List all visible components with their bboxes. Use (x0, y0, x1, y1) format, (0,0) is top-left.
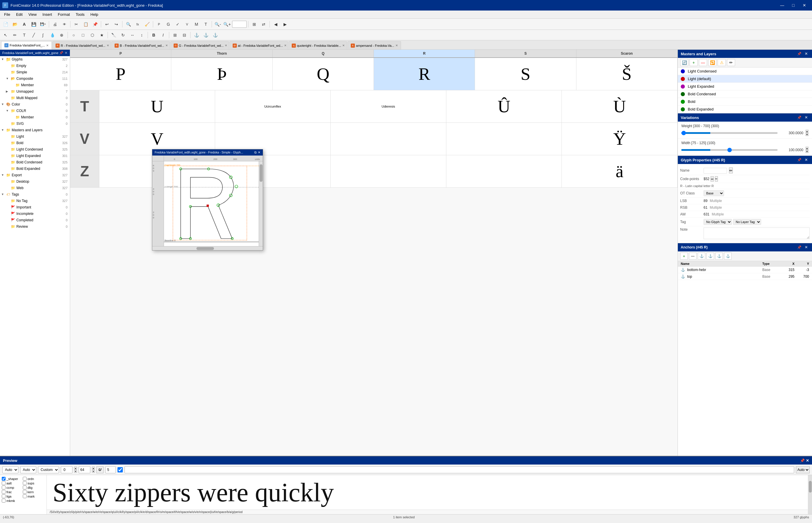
tree-item-light-condensed[interactable]: 📁 Light Condensed 325 (0, 146, 70, 152)
nav-button[interactable]: ⇄ (259, 20, 268, 28)
tree-item-no-tag[interactable]: 📁 No Tag 327 (0, 198, 70, 204)
anchor-btn6[interactable]: ⚓ (724, 253, 732, 259)
masters-cycle-btn[interactable]: 🔁 (708, 59, 716, 66)
metrics-button[interactable]: M (192, 20, 201, 28)
text-tool[interactable]: T (20, 31, 29, 39)
table-tool[interactable]: ⊞ (171, 31, 180, 39)
eyedrop-tool[interactable]: 💧 (48, 31, 57, 39)
glyph-cell-Udieresis[interactable]: Udieresis (331, 90, 446, 123)
grid-tool[interactable]: ⊟ (180, 31, 189, 39)
italic-format[interactable]: I (159, 31, 167, 39)
menu-help[interactable]: Help (87, 11, 101, 18)
cut-button[interactable]: ✂ (72, 20, 81, 28)
cb-ordn[interactable]: ordn (23, 477, 43, 481)
props-note-textarea[interactable] (704, 228, 810, 239)
tree-item-simple[interactable]: 📁 Simple 214 (0, 69, 70, 75)
cp-5[interactable] (235, 185, 238, 188)
glyph-button[interactable]: G (164, 20, 173, 28)
formula-button[interactable]: fx (133, 20, 142, 28)
glyph-cell-Ydieresis[interactable]: Ÿ (562, 123, 678, 155)
props-layer-tag-select[interactable]: No Layer Tag (733, 219, 761, 225)
tree-item-incomplete[interactable]: 🚩 Incomplete 0 (0, 211, 70, 217)
glyph-cell-U[interactable]: U (99, 90, 215, 123)
glyph-cell-P[interactable]: P (70, 58, 171, 90)
glyph-cell-empty2[interactable] (331, 123, 446, 155)
master-row-light-expanded[interactable]: Light Expanded (678, 83, 812, 90)
glyph-cell-S[interactable]: S (475, 58, 576, 90)
cb-frac-input[interactable] (2, 490, 5, 494)
tab-close-3[interactable]: ✕ (225, 44, 227, 47)
fit-button[interactable]: ⊞ (250, 20, 259, 28)
preview-fontsize-down[interactable]: ▼ (92, 470, 95, 473)
maximize-button[interactable]: □ (788, 1, 798, 10)
glyph-cell-Ugrave2[interactable]: Ù (562, 90, 678, 123)
glyph-cell-adieresis[interactable]: ä (562, 155, 678, 187)
save-all-button[interactable]: 💾+ (39, 20, 47, 28)
masters-refresh-btn[interactable]: 🔄 (680, 59, 688, 66)
cb-dlig[interactable]: dlig (23, 486, 43, 489)
glyph-cell-Ucircumflex[interactable]: Ucircumflex (215, 90, 331, 123)
tree-item-review[interactable]: 📁 Review 0 (0, 223, 70, 230)
line-tool[interactable]: ╱ (29, 31, 38, 39)
glyph-props-pin-icon[interactable]: 📌 (796, 157, 802, 163)
tree-item-multimapped[interactable]: 📁 Multi Mapped 0 (0, 95, 70, 101)
menu-format[interactable]: Format (55, 11, 73, 18)
glyph-cell-V[interactable]: V (70, 123, 99, 155)
cb-liga[interactable]: liga (2, 494, 22, 498)
flip-h-tool[interactable]: ↔ (128, 31, 137, 39)
tree-item-colr-member[interactable]: 📁 Member 0 (0, 114, 70, 121)
cb-shaper-input[interactable] (2, 477, 5, 481)
preview-close-icon[interactable]: ✕ (806, 458, 809, 463)
tab-2[interactable]: B B - Fredoka-VariableFont_wd... ✕ (111, 41, 170, 49)
bold-format[interactable]: B (149, 31, 158, 39)
preview-fontsize-input[interactable] (79, 466, 90, 473)
zoom-out-button[interactable]: 🔍- (214, 20, 222, 28)
preview-scrollbar[interactable] (808, 475, 812, 514)
tree-item-svg[interactable]: 📁 SVG 0 (0, 121, 70, 127)
undo-button[interactable]: ↩ (103, 20, 111, 28)
tree-item-bold[interactable]: 📁 Bold 326 (0, 140, 70, 146)
tree-item-light-expanded[interactable]: 📁 Light Expanded 301 (0, 152, 70, 159)
cb-mark-input[interactable] (23, 494, 26, 498)
font-button[interactable]: A (20, 20, 29, 28)
weight-up-btn[interactable]: ▲ (806, 130, 809, 133)
tab-4[interactable]: @ at - Fredoka-VariableFont_wd... ✕ (229, 41, 288, 49)
pin-icon[interactable]: 📌 (59, 51, 63, 55)
master-row-light-condensed[interactable]: Light Condensed (678, 68, 812, 75)
cb-ccmp-input[interactable] (2, 486, 5, 489)
cb-dlig-input[interactable] (23, 486, 26, 489)
scrollbar-horizontal[interactable] (152, 246, 263, 250)
cb-frac[interactable]: frac (2, 490, 22, 494)
tree-item-unmapped[interactable]: ▶ 📁 Unmapped 7 (0, 88, 70, 95)
tab-1[interactable]: R R - Fredoka-VariableFont_wd... ✕ (52, 41, 111, 49)
tab-close-0[interactable]: ✕ (46, 44, 49, 47)
redo-button[interactable]: ↪ (112, 20, 121, 28)
glyph-cell-Z[interactable]: Z (70, 155, 99, 187)
master-row-bold-expanded[interactable]: Bold Expanded (678, 106, 812, 113)
rotate-tool[interactable]: ↻ (119, 31, 127, 39)
preview-bold-input[interactable] (105, 466, 116, 473)
menu-insert[interactable]: Insert (39, 11, 55, 18)
preview-auto-select1[interactable]: Auto (2, 466, 18, 473)
anchor3-tool[interactable]: ⚓ (211, 31, 220, 39)
preview-scrollbar-thumb[interactable] (809, 481, 812, 492)
master-row-bold-condensed[interactable]: Bold Condensed (678, 90, 812, 98)
menu-file[interactable]: File (1, 11, 13, 18)
cb-aalt[interactable]: aalt (2, 481, 22, 485)
copy-button[interactable]: 📋 (81, 20, 90, 28)
scrollbar-v-thumb[interactable] (260, 164, 262, 182)
check-button[interactable]: ✓ (173, 20, 182, 28)
zoom-in-button[interactable]: 🔍+ (223, 20, 232, 28)
cb-ccmp[interactable]: ccmp (2, 486, 22, 489)
tab-6[interactable]: & ampersand - Fredoka-Va... ✕ (348, 41, 401, 49)
width-slider[interactable] (681, 149, 777, 151)
glyph-cell-Ugrave[interactable]: Û (446, 90, 562, 123)
preview-pin-icon[interactable]: 📌 (800, 458, 805, 463)
anchor-btn4[interactable]: ⚓ (706, 253, 714, 259)
tree-item-glyphs[interactable]: ▼ 📁 Glyphs 327 (0, 56, 70, 62)
props-otclass-select[interactable]: Base Mark Ligature (704, 190, 724, 196)
arrow-right-button[interactable]: ▶ (281, 20, 289, 28)
tab-3[interactable]: G G - Fredoka-VariableFont_wd... ✕ (170, 41, 229, 49)
variations-pin-icon[interactable]: 📌 (796, 115, 802, 120)
tree-item-composite[interactable]: ▼ 📂 Composite 111 (0, 75, 70, 82)
